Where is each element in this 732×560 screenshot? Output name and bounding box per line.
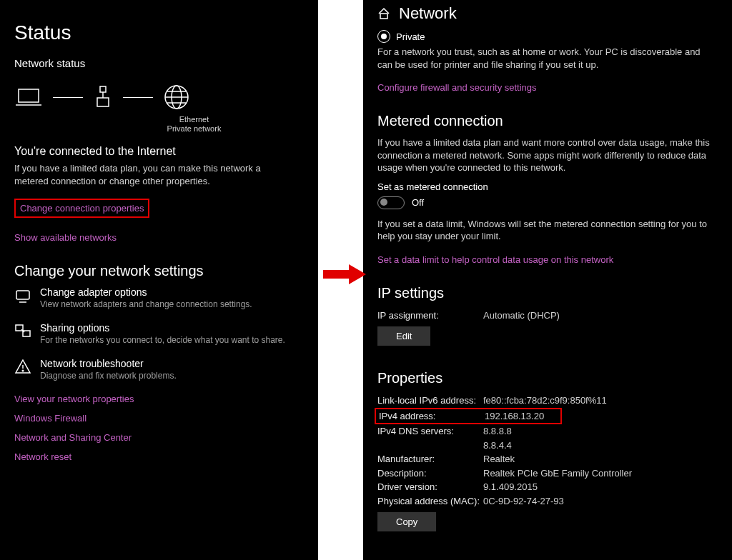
dns-val-1: 8.8.8.8 <box>483 424 512 439</box>
change-network-settings-heading: Change your network settings <box>14 263 304 279</box>
change-properties-highlight: Change connection properties <box>14 199 149 218</box>
toggle-track <box>377 196 405 209</box>
diagram-labels: Ethernet Private network <box>84 115 304 134</box>
metered-desc: If you have a limited data plan and want… <box>377 136 718 174</box>
mac-row: Physical address (MAC): 0C-9D-92-74-27-9… <box>377 494 718 509</box>
toggle-knob <box>380 199 387 206</box>
private-desc: For a network you trust, such as at home… <box>377 46 718 71</box>
description-row: Description: Realtek PCIe GbE Family Con… <box>377 466 718 481</box>
adapter-icon <box>14 286 31 304</box>
ethernet-icon <box>93 85 113 109</box>
ip-settings-heading: IP settings <box>377 285 718 301</box>
setting-desc: Diagnose and fix network problems. <box>40 371 177 381</box>
setting-title: Sharing options <box>40 322 285 334</box>
connected-desc: If you have a limited data plan, you can… <box>14 162 272 187</box>
warning-icon <box>14 358 31 375</box>
copy-button[interactable]: Copy <box>377 512 436 531</box>
network-reset-link[interactable]: Network reset <box>14 451 304 462</box>
driver-val: 9.1.409.2015 <box>483 480 538 494</box>
change-adapter-options-item[interactable]: Change adapter options View network adap… <box>14 286 304 309</box>
set-data-limit-link[interactable]: Set a data limit to help control data us… <box>377 254 613 265</box>
network-sharing-center-link[interactable]: Network and Sharing Center <box>14 432 304 443</box>
connected-heading: You're connected to the Internet <box>14 145 304 158</box>
setting-title: Network troubleshooter <box>40 358 177 369</box>
properties-heading: Properties <box>377 370 718 386</box>
metered-toggle-label: Set as metered connection <box>377 181 718 192</box>
svg-rect-5 <box>97 98 109 106</box>
sharing-icon <box>14 322 31 339</box>
dns-val-2: 8.8.4.4 <box>483 439 512 453</box>
private-network-label: Private network <box>84 124 304 134</box>
svg-point-18 <box>22 371 24 372</box>
description-val: Realtek PCIe GbE Family Controller <box>483 466 632 481</box>
setting-desc: For the networks you connect to, decide … <box>40 335 285 345</box>
metered-toggle[interactable]: Off <box>377 196 718 209</box>
ipv6-val: fe80::fcba:78d2:c9f9:850f%11 <box>483 394 607 408</box>
ipv4-val: 192.168.13.20 <box>485 409 544 424</box>
metered-heading: Metered connection <box>377 113 718 129</box>
laptop-icon <box>14 86 43 108</box>
manufacturer-row: Manufacturer: Realtek <box>377 452 718 466</box>
edit-button[interactable]: Edit <box>377 326 430 346</box>
mac-key: Physical address (MAC): <box>377 494 483 509</box>
ip-assignment-key: IP assignment: <box>377 309 483 323</box>
ipv4-row-highlight: IPv4 address: 192.168.13.20 <box>375 408 562 425</box>
svg-rect-11 <box>16 291 29 299</box>
ip-assignment-val: Automatic (DHCP) <box>483 309 560 323</box>
mac-val: 0C-9D-92-74-27-93 <box>483 494 564 509</box>
network-header: Network <box>399 4 457 23</box>
manufacturer-val: Realtek <box>483 452 515 466</box>
private-option[interactable]: Private <box>377 30 718 43</box>
private-label: Private <box>396 31 425 42</box>
ip-assignment-row: IP assignment: Automatic (DHCP) <box>377 309 718 323</box>
metered-limit-desc: If you set a data limit, Windows will se… <box>377 218 718 243</box>
toggle-state: Off <box>412 197 424 208</box>
bottom-links: View your network properties Windows Fir… <box>14 394 304 462</box>
view-network-properties-link[interactable]: View your network properties <box>14 394 304 404</box>
dns-key: IPv4 DNS servers: <box>377 424 483 452</box>
dns-row: IPv4 DNS servers: 8.8.8.8 8.8.4.4 <box>377 424 718 452</box>
connector-line <box>123 97 153 98</box>
ethernet-label: Ethernet <box>84 115 304 124</box>
svg-rect-3 <box>100 86 106 92</box>
globe-icon <box>163 84 190 111</box>
network-detail-panel: Network Private For a network you trust,… <box>363 0 732 560</box>
properties-table: Link-local IPv6 address: fe80::fcba:78d2… <box>377 394 718 508</box>
network-diagram <box>14 84 304 111</box>
driver-key: Driver version: <box>377 480 483 494</box>
show-available-networks-link[interactable]: Show available networks <box>14 232 117 243</box>
driver-row: Driver version: 9.1.409.2015 <box>377 480 718 494</box>
ipv4-key: IPv4 address: <box>379 409 485 424</box>
network-status-heading: Network status <box>14 57 304 69</box>
description-key: Description: <box>377 466 483 481</box>
home-icon[interactable] <box>377 7 390 20</box>
connector-line <box>53 97 83 98</box>
dns-val: 8.8.8.8 8.8.4.4 <box>483 424 512 452</box>
svg-rect-1 <box>19 89 39 102</box>
firewall-settings-link[interactable]: Configure firewall and security settings <box>377 82 537 93</box>
ipv6-row: Link-local IPv6 address: fe80::fcba:78d2… <box>377 394 718 408</box>
arrow-icon <box>323 263 367 286</box>
svg-rect-19 <box>380 14 387 19</box>
radio-selected-icon <box>377 30 390 43</box>
page-title: Status <box>14 21 304 44</box>
network-troubleshooter-item[interactable]: Network troubleshooter Diagnose and fix … <box>14 358 304 381</box>
svg-marker-0 <box>323 264 366 284</box>
setting-desc: View network adapters and change connect… <box>40 299 252 309</box>
sharing-options-item[interactable]: Sharing options For the networks you con… <box>14 322 304 345</box>
setting-title: Change adapter options <box>40 286 252 298</box>
change-connection-properties-link[interactable]: Change connection properties <box>20 203 144 214</box>
status-panel: Status Network status Ethernet Private n… <box>0 0 318 560</box>
ipv6-key: Link-local IPv6 address: <box>377 394 483 408</box>
header-bar: Network <box>377 0 718 30</box>
manufacturer-key: Manufacturer: <box>377 452 483 466</box>
windows-firewall-link[interactable]: Windows Firewall <box>14 413 304 424</box>
